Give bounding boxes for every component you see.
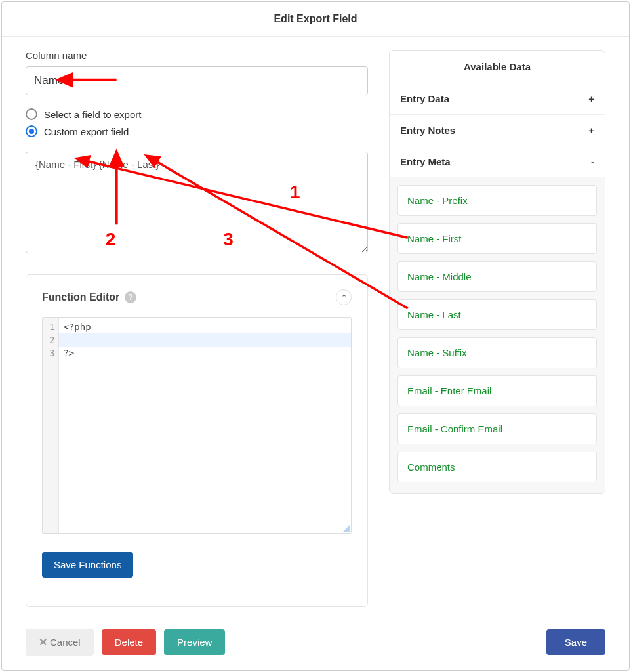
save-functions-button[interactable]: Save Functions <box>42 552 133 578</box>
code-lines[interactable]: <?php ?> <box>59 318 351 533</box>
modal-title: Edit Export Field <box>2 2 629 37</box>
save-button[interactable]: Save <box>546 629 605 655</box>
data-field-email-confirm[interactable]: Email - Confirm Email <box>397 413 597 444</box>
radio-select-field[interactable]: Select a field to export <box>26 108 368 120</box>
code-line: ?> <box>63 346 347 360</box>
preview-button[interactable]: Preview <box>164 629 225 655</box>
function-editor-title-text: Function Editor <box>42 291 119 303</box>
accordion-header[interactable]: Entry Notes + <box>390 115 605 146</box>
radio-custom-field[interactable]: Custom export field <box>26 125 368 137</box>
data-field-email-enter[interactable]: Email - Enter Email <box>397 375 597 406</box>
available-data-panel: Available Data Entry Data + Entry Notes … <box>389 50 605 494</box>
modal-footer: ✕ Cancel Delete Preview Save <box>2 614 629 670</box>
radio-label: Select a field to export <box>44 109 141 120</box>
cancel-label: Cancel <box>50 637 81 648</box>
data-field-comments[interactable]: Comments <box>397 452 597 482</box>
minus-icon: - <box>591 156 594 167</box>
accordion-entry-notes: Entry Notes + <box>390 115 605 146</box>
data-field-name-suffix[interactable]: Name - Suffix <box>397 337 597 368</box>
edit-export-field-modal: Edit Export Field Column name Select a f… <box>1 1 630 671</box>
accordion-entry-data: Entry Data + <box>390 83 605 115</box>
delete-button[interactable]: Delete <box>102 629 156 655</box>
export-type-radio-group: Select a field to export Custom export f… <box>26 108 368 142</box>
accordion-title: Entry Notes <box>400 125 455 136</box>
data-field-name-prefix[interactable]: Name - Prefix <box>397 185 597 216</box>
accordion-title: Entry Meta <box>400 156 451 167</box>
data-field-name-first[interactable]: Name - First <box>397 223 597 254</box>
accordion-title: Entry Data <box>400 93 449 104</box>
cancel-button[interactable]: ✕ Cancel <box>26 629 94 656</box>
radio-icon <box>26 125 37 137</box>
left-column: Column name Select a field to export Cus… <box>26 50 368 607</box>
help-icon[interactable]: ? <box>125 291 136 303</box>
close-icon: ✕ <box>39 636 47 648</box>
code-editor[interactable]: 123 <?php ?> <box>42 317 352 534</box>
plus-icon: + <box>588 93 594 104</box>
function-editor-panel: Function Editor ? ⌃ 123 <?php <box>26 274 368 607</box>
column-name-input[interactable] <box>26 66 368 95</box>
data-field-name-middle[interactable]: Name - Middle <box>397 261 597 292</box>
code-gutter: 123 <box>43 318 59 533</box>
radio-icon <box>26 108 37 120</box>
accordion-entry-meta: Entry Meta - Name - Prefix Name - First … <box>390 146 605 493</box>
right-column: Available Data Entry Data + Entry Notes … <box>389 50 605 607</box>
accordion-header[interactable]: Entry Data + <box>390 83 605 114</box>
code-line: <?php <box>63 320 347 333</box>
data-field-name-last[interactable]: Name - Last <box>397 299 597 330</box>
resize-handle-icon[interactable] <box>342 524 350 532</box>
accordion-body: Name - Prefix Name - First Name - Middle… <box>390 177 605 493</box>
collapse-button[interactable]: ⌃ <box>336 289 352 305</box>
available-data-title: Available Data <box>390 51 605 83</box>
code-line <box>63 333 347 346</box>
chevron-up-icon: ⌃ <box>341 293 347 302</box>
radio-label: Custom export field <box>44 126 129 137</box>
column-name-label: Column name <box>26 50 368 61</box>
modal-body: Column name Select a field to export Cus… <box>2 37 629 614</box>
plus-icon: + <box>588 125 594 136</box>
custom-export-textarea[interactable]: {Name - First} {Name - Last} <box>26 152 368 253</box>
function-editor-title: Function Editor ? <box>42 291 136 303</box>
function-editor-header: Function Editor ? ⌃ <box>42 289 352 305</box>
accordion-header[interactable]: Entry Meta - <box>390 146 605 177</box>
